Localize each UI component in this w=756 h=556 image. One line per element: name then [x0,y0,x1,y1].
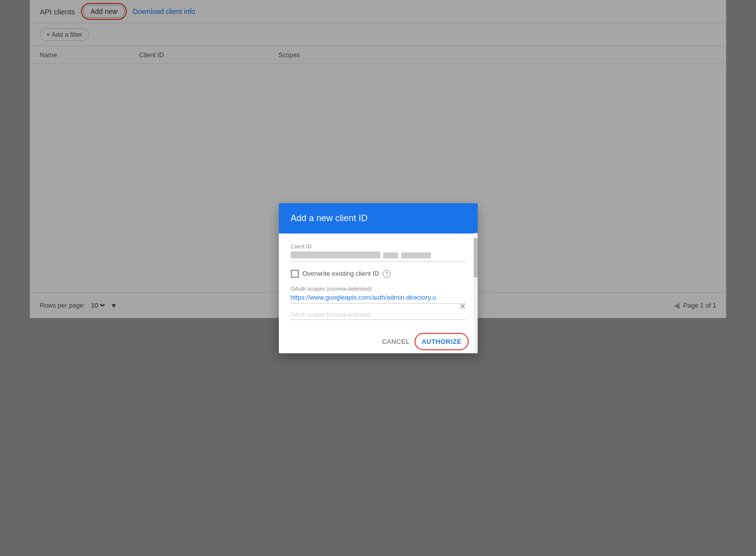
dialog-scroll-thumb [474,238,478,278]
client-id-label: Client ID [291,243,466,249]
dialog-title: Add a new client ID [291,213,466,224]
oauth-scopes-value: https://www.googleapis.com/auth/admin.di… [291,294,466,301]
oauth-scopes-empty-field: OAuth scopes (comma-delimited) [291,312,466,320]
client-id-underline [291,261,466,262]
overwrite-label: Overwrite existing client ID [303,270,379,277]
dialog-footer: CANCEL AUTHORIZE [279,330,478,353]
oauth-scopes-empty-label: OAuth scopes (comma-delimited) [291,312,466,318]
client-id-masked-part2 [383,252,398,258]
client-id-field-group: Client ID [291,243,466,262]
modal-overlay: Add a new client ID Client ID Overwrite [0,0,756,556]
help-icon[interactable]: ? [383,270,391,278]
dialog: Add a new client ID Client ID Overwrite [279,203,478,353]
oauth-underline [291,303,466,304]
overwrite-checkbox[interactable] [291,270,299,278]
client-id-masked-part3 [401,252,431,258]
overwrite-checkbox-row: Overwrite existing client ID ? [291,270,466,278]
dialog-header: Add a new client ID [279,203,478,234]
oauth-scopes-empty-underline [291,319,466,320]
dialog-body: Client ID Overwrite existing client ID ?… [279,234,478,330]
authorize-button[interactable]: AUTHORIZE [418,336,465,347]
oauth-scopes-label: OAuth scopes (comma-delimited) [291,286,466,292]
client-id-masked-value [291,251,380,258]
oauth-scopes-field: OAuth scopes (comma-delimited) https://w… [291,286,466,304]
dialog-scrollbar[interactable] [474,233,478,353]
clear-oauth-icon[interactable]: ✕ [459,302,466,311]
cancel-button[interactable]: CANCEL [382,338,410,345]
